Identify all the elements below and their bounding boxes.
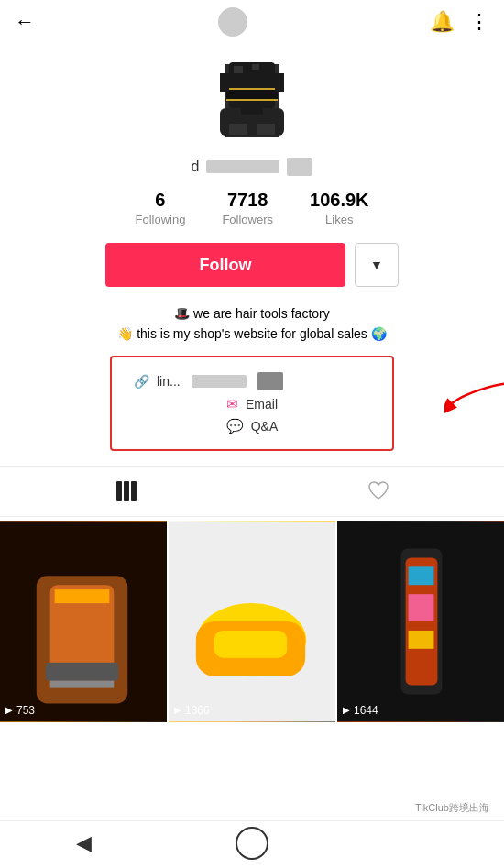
play-icon-2: ▶	[174, 705, 181, 715]
svg-rect-6	[234, 66, 243, 73]
likes-count: 106.9K	[310, 189, 369, 211]
link-prefix-text: lin...	[157, 374, 181, 389]
stat-likes[interactable]: 106.9K Likes	[310, 189, 369, 226]
avatar	[206, 55, 298, 147]
svg-rect-30	[409, 594, 434, 621]
arrow-annotation	[444, 374, 504, 420]
profile-section: d 6 Following 7718 Followers 106.9K Like…	[0, 44, 504, 356]
qa-label: Q&A	[251, 419, 279, 434]
tab-videos[interactable]	[100, 476, 153, 507]
tab-liked[interactable]	[352, 476, 405, 507]
more-icon[interactable]: ⋮	[469, 10, 489, 34]
nav-avatar	[218, 7, 247, 37]
following-count: 6	[155, 189, 165, 211]
bottom-nav: ◀ TikClub跨境出海	[0, 820, 504, 868]
video-thumb-1[interactable]: ▶ 753	[0, 521, 167, 722]
svg-rect-19	[55, 589, 110, 603]
stat-followers[interactable]: 7718 Followers	[222, 189, 273, 226]
email-row[interactable]: ✉ Email	[134, 396, 370, 412]
svg-rect-14	[124, 481, 129, 501]
stat-following[interactable]: 6 Following	[135, 189, 185, 226]
video-play-count-3: ▶ 1644	[343, 704, 378, 717]
svg-rect-3	[226, 90, 278, 99]
svg-rect-5	[241, 105, 263, 115]
back-button[interactable]: ←	[15, 10, 35, 34]
play-count-1: 753	[16, 704, 35, 717]
watermark-text: TikClub跨境出海	[410, 799, 495, 817]
followers-count: 7718	[227, 189, 268, 211]
svg-rect-7	[252, 64, 259, 70]
username-row: d	[192, 158, 313, 176]
tab-bar	[0, 466, 504, 517]
video-play-count-2: ▶ 1366	[174, 704, 210, 717]
svg-rect-11	[257, 124, 275, 135]
svg-rect-21	[50, 680, 115, 687]
following-label: Following	[135, 213, 185, 226]
email-label: Email	[246, 397, 278, 412]
notification-icon[interactable]: 🔔	[430, 10, 455, 34]
svg-rect-20	[46, 663, 119, 681]
nav-watermark: TikClub跨境出海	[336, 821, 504, 864]
username-at-symbol: d	[192, 159, 200, 175]
links-box: 🔗 lin... ✉ Email 💬 Q&A	[110, 356, 394, 451]
svg-rect-10	[229, 124, 247, 135]
svg-rect-9	[275, 73, 284, 92]
bio-line1: 🎩 we are hair tools factory	[117, 303, 386, 324]
email-icon: ✉	[226, 396, 238, 412]
followers-label: Followers	[222, 213, 273, 226]
nav-back-icon: ◀	[76, 831, 92, 855]
bio-line2: 👋 this is my shop's website for global s…	[117, 324, 386, 344]
follow-button[interactable]: Follow	[105, 243, 345, 287]
link-row[interactable]: 🔗 lin...	[134, 372, 370, 390]
video-play-count-1: ▶ 753	[5, 704, 35, 717]
nav-home-button[interactable]	[168, 821, 335, 864]
top-nav: ← 🔔 ⋮	[0, 0, 504, 44]
link-blurred-box	[257, 372, 283, 390]
video-grid: ▶ 753 ▶ 1366 ▶ 1644	[0, 521, 504, 722]
username-suffix-blurred	[287, 158, 312, 176]
play-icon-1: ▶	[5, 705, 13, 715]
grid-icon	[115, 479, 138, 503]
home-circle-icon	[236, 827, 268, 860]
qa-row[interactable]: 💬 Q&A	[134, 418, 370, 434]
link-chain-icon: 🔗	[134, 374, 149, 389]
heart-icon	[367, 479, 390, 503]
svg-rect-8	[220, 73, 229, 92]
bio-section: 🎩 we are hair tools factory 👋 this is my…	[99, 303, 404, 345]
svg-rect-25	[214, 631, 288, 658]
svg-rect-15	[131, 481, 137, 501]
likes-label: Likes	[325, 213, 353, 226]
svg-rect-29	[409, 566, 434, 585]
play-icon-3: ▶	[343, 705, 350, 715]
nav-back-button[interactable]: ◀	[0, 821, 168, 864]
qa-icon: 💬	[226, 418, 244, 434]
action-buttons: Follow ▼	[105, 243, 399, 287]
play-count-2: 1366	[185, 704, 210, 717]
video-thumb-3[interactable]: ▶ 1644	[337, 521, 504, 722]
play-count-3: 1644	[354, 704, 378, 717]
link-blurred-text	[192, 375, 247, 388]
svg-rect-31	[409, 631, 434, 649]
svg-rect-13	[116, 481, 122, 501]
video-thumb-2[interactable]: ▶ 1366	[169, 521, 335, 722]
nav-right-icons: 🔔 ⋮	[430, 10, 489, 34]
username-blurred	[206, 160, 279, 173]
stats-row: 6 Following 7718 Followers 106.9K Likes	[15, 189, 489, 226]
dropdown-button[interactable]: ▼	[355, 243, 399, 287]
